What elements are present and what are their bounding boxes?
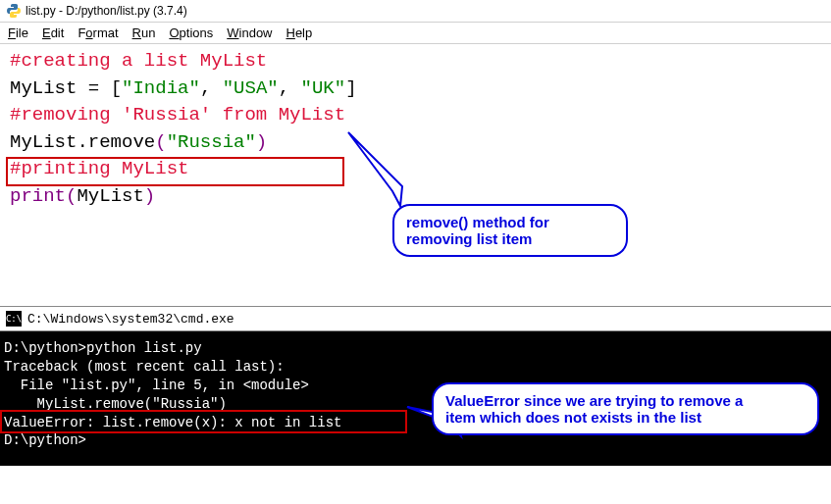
error-highlight-box xyxy=(0,410,407,433)
menu-window[interactable]: Window xyxy=(227,25,272,40)
code-string: "India" xyxy=(122,77,200,99)
cmd-line: D:\python>python list.py xyxy=(4,339,827,358)
menu-file[interactable]: File xyxy=(8,25,28,40)
menu-edit[interactable]: Edit xyxy=(42,25,64,40)
menu-bar: File Edit Format Run Options Window Help xyxy=(0,23,831,44)
cmd-icon: C:\ xyxy=(6,311,22,327)
menu-options[interactable]: Options xyxy=(169,25,213,40)
menu-format[interactable]: Format xyxy=(78,25,118,40)
code-comment: #creating a list MyList xyxy=(10,50,267,72)
code-editor[interactable]: #creating a list MyList MyList = ["India… xyxy=(0,44,831,214)
menu-run[interactable]: Run xyxy=(132,25,156,40)
callout-remove-method: remove() method for removing list item xyxy=(392,204,628,257)
code-builtin: print xyxy=(10,185,66,207)
menu-help[interactable]: Help xyxy=(286,25,313,40)
cmd-title-bar: C:\ C:\Windows\system32\cmd.exe xyxy=(0,306,831,331)
idle-window: list.py - D:/python/list.py (3.7.4) File… xyxy=(0,0,831,214)
code-highlight-box xyxy=(6,157,344,186)
callout-valueerror: ValueError since we are trying to remove… xyxy=(432,382,819,435)
code-identifier: MyList xyxy=(10,77,77,99)
python-icon xyxy=(6,3,22,19)
cmd-title-text: C:\Windows\system32\cmd.exe xyxy=(27,312,234,327)
idle-title-bar: list.py - D:/python/list.py (3.7.4) xyxy=(0,0,831,23)
idle-title-text: list.py - D:/python/list.py (3.7.4) xyxy=(26,4,187,18)
code-comment: #removing 'Russia' from MyList xyxy=(10,104,345,126)
